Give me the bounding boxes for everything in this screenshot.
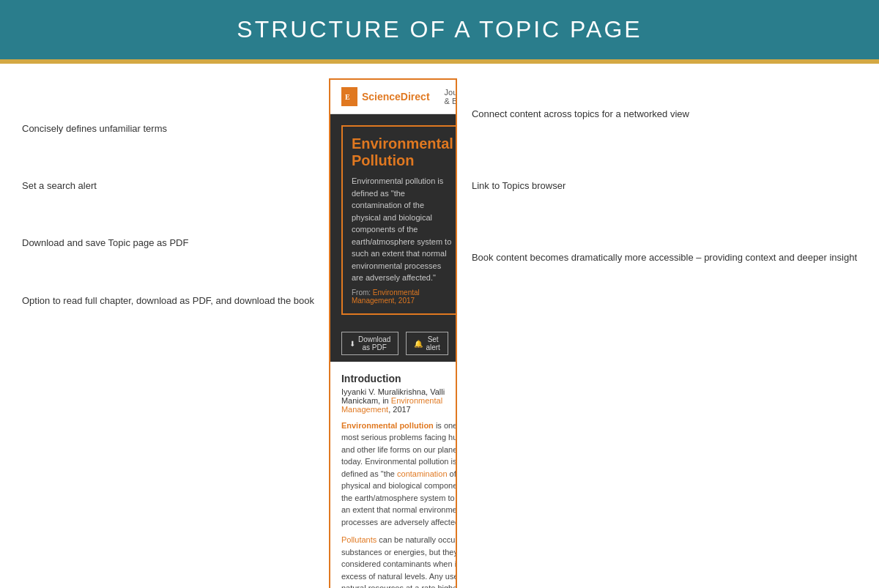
page-wrapper: STRUCTURE OF A TOPIC PAGE Concisely defi… xyxy=(0,0,879,588)
sd-toolbar: ⬇ Download as PDF 🔔 Set alert About this… xyxy=(330,326,456,362)
page-title: STRUCTURE OF A TOPIC PAGE xyxy=(15,16,864,43)
annotation-connect: Connect content across topics for a netw… xyxy=(472,108,857,121)
annotation-define: Concisely defines unfamiliar terms xyxy=(22,122,314,135)
topic-from-link[interactable]: Environmental Management, 2017 xyxy=(352,289,420,305)
annotation-alert: Set a search alert xyxy=(22,179,314,193)
topic-from: From: Environmental Management, 2017 xyxy=(352,289,453,305)
sd-navbar: E ScienceDirect Journals & Books 🔍 ❓ Reg… xyxy=(330,80,456,114)
sd-topic-box: Environmental Pollution Environmental po… xyxy=(341,125,457,315)
download-pdf-button[interactable]: ⬇ Download as PDF xyxy=(341,332,398,355)
annotation-topics-browser: Link to Topics browser xyxy=(472,179,857,193)
elsevier-icon: E xyxy=(341,87,357,106)
left-annotations: Concisely defines unfamiliar terms Set a… xyxy=(22,78,314,588)
intro-section-author: Iyyanki V. Muralikrishna, Valli Manickam… xyxy=(341,387,457,414)
svg-text:E: E xyxy=(345,93,350,101)
bell-icon: 🔔 xyxy=(414,340,423,348)
sd-nav-links: Journals & Books xyxy=(445,88,457,105)
annotation-book-accessible: Book content becomes dramatically more a… xyxy=(472,251,857,264)
download-icon: ⬇ xyxy=(349,340,355,348)
topic-title: Environmental Pollution xyxy=(352,135,453,169)
sd-hero-section: Environmental Pollution Environmental po… xyxy=(330,114,456,326)
pollutants-link[interactable]: Pollutants xyxy=(341,535,377,544)
topic-description: Environmental pollution is defined as "t… xyxy=(352,175,453,284)
sd-logo-text: ScienceDirect xyxy=(362,91,430,103)
contamination-link[interactable]: contamination xyxy=(397,469,448,478)
sciencedirect-mockup: E ScienceDirect Journals & Books 🔍 ❓ Reg… xyxy=(329,78,457,588)
annotation-read: Option to read full chapter, download as… xyxy=(22,294,314,308)
main-content: Concisely defines unfamiliar terms Set a… xyxy=(0,64,879,588)
annotation-download: Download and save Topic page as PDF xyxy=(22,237,314,250)
page-header: STRUCTURE OF A TOPIC PAGE xyxy=(0,0,879,59)
intro-text-1: Environmental pollution is one of the mo… xyxy=(341,420,457,529)
sd-content-left: Introduction Iyyanki V. Muralikrishna, V… xyxy=(341,373,457,589)
intro-book-link[interactable]: Environmental Management xyxy=(341,396,442,414)
sd-logo: E ScienceDirect xyxy=(341,87,430,106)
intro-text-2: Pollutants can be naturally occurring su… xyxy=(341,534,457,588)
sd-content-area: Introduction Iyyanki V. Muralikrishna, V… xyxy=(330,362,456,589)
intro-section-title: Introduction xyxy=(341,373,457,384)
set-alert-button[interactable]: 🔔 Set alert xyxy=(406,332,448,355)
right-annotations: Connect content across topics for a netw… xyxy=(472,78,857,588)
